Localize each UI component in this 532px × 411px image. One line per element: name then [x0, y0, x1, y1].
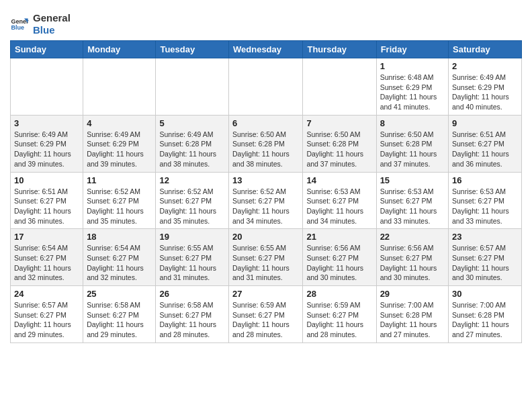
day-info: Sunrise: 6:51 AMSunset: 6:27 PMDaylight:…: [14, 187, 79, 226]
day-number: 2: [452, 61, 518, 71]
calendar-cell: 28Sunrise: 6:59 AMSunset: 6:27 PMDayligh…: [303, 286, 376, 343]
day-number: 3: [14, 118, 79, 128]
day-number: 17: [14, 232, 79, 242]
day-info: Sunrise: 6:51 AMSunset: 6:27 PMDaylight:…: [452, 130, 518, 169]
day-info: Sunrise: 6:57 AMSunset: 6:27 PMDaylight:…: [14, 300, 79, 340]
calendar-week-2: 3Sunrise: 6:49 AMSunset: 6:29 PMDaylight…: [11, 115, 522, 172]
svg-text:Blue: Blue: [11, 24, 24, 31]
day-number: 7: [306, 118, 372, 128]
logo-general: General: [33, 12, 71, 24]
day-number: 16: [452, 175, 518, 185]
day-info: Sunrise: 6:53 AMSunset: 6:27 PMDaylight:…: [380, 187, 445, 226]
calendar-cell: [156, 58, 229, 116]
day-info: Sunrise: 6:50 AMSunset: 6:28 PMDaylight:…: [232, 130, 299, 169]
day-info: Sunrise: 6:50 AMSunset: 6:28 PMDaylight:…: [306, 130, 372, 169]
calendar-cell: 6Sunrise: 6:50 AMSunset: 6:28 PMDaylight…: [229, 115, 303, 172]
day-info: Sunrise: 6:58 AMSunset: 6:27 PMDaylight:…: [87, 300, 152, 340]
calendar-cell: 3Sunrise: 6:49 AMSunset: 6:29 PMDaylight…: [11, 115, 83, 172]
day-number: 6: [232, 118, 299, 128]
calendar-cell: 24Sunrise: 6:57 AMSunset: 6:27 PMDayligh…: [11, 286, 83, 343]
calendar-cell: 26Sunrise: 6:58 AMSunset: 6:27 PMDayligh…: [156, 286, 229, 343]
calendar-cell: 17Sunrise: 6:54 AMSunset: 6:27 PMDayligh…: [11, 229, 83, 286]
weekday-header-monday: Monday: [83, 41, 156, 58]
day-info: Sunrise: 6:50 AMSunset: 6:28 PMDaylight:…: [380, 130, 445, 169]
day-info: Sunrise: 6:49 AMSunset: 6:28 PMDaylight:…: [159, 130, 225, 169]
calendar-cell: [303, 58, 376, 116]
header: General Blue General Blue: [10, 7, 522, 36]
calendar-cell: 20Sunrise: 6:55 AMSunset: 6:27 PMDayligh…: [229, 229, 303, 286]
weekday-header-wednesday: Wednesday: [229, 41, 303, 58]
calendar-week-3: 10Sunrise: 6:51 AMSunset: 6:27 PMDayligh…: [11, 172, 522, 229]
calendar-cell: [229, 58, 303, 116]
day-number: 20: [232, 232, 299, 242]
calendar-week-5: 24Sunrise: 6:57 AMSunset: 6:27 PMDayligh…: [11, 286, 522, 343]
calendar-cell: 2Sunrise: 6:49 AMSunset: 6:29 PMDaylight…: [449, 58, 522, 116]
weekday-header-tuesday: Tuesday: [156, 41, 229, 58]
day-number: 5: [159, 118, 225, 128]
weekday-header-thursday: Thursday: [303, 41, 376, 58]
day-info: Sunrise: 6:49 AMSunset: 6:29 PMDaylight:…: [14, 130, 79, 169]
calendar-cell: 5Sunrise: 6:49 AMSunset: 6:28 PMDaylight…: [156, 115, 229, 172]
weekday-header-row: SundayMondayTuesdayWednesdayThursdayFrid…: [11, 41, 522, 58]
day-info: Sunrise: 6:55 AMSunset: 6:27 PMDaylight:…: [232, 243, 299, 283]
day-info: Sunrise: 6:54 AMSunset: 6:27 PMDaylight:…: [14, 243, 79, 283]
weekday-header-friday: Friday: [376, 41, 448, 58]
calendar-cell: 13Sunrise: 6:52 AMSunset: 6:27 PMDayligh…: [229, 172, 303, 229]
calendar-cell: [11, 58, 83, 116]
day-number: 13: [232, 175, 299, 185]
calendar-cell: 18Sunrise: 6:54 AMSunset: 6:27 PMDayligh…: [83, 229, 156, 286]
day-info: Sunrise: 6:57 AMSunset: 6:27 PMDaylight:…: [452, 243, 518, 283]
day-number: 15: [380, 175, 445, 185]
logo-icon: General Blue: [10, 15, 29, 34]
calendar-cell: 23Sunrise: 6:57 AMSunset: 6:27 PMDayligh…: [449, 229, 522, 286]
day-number: 28: [306, 289, 372, 299]
day-number: 4: [87, 118, 152, 128]
calendar-cell: 30Sunrise: 7:00 AMSunset: 6:28 PMDayligh…: [449, 286, 522, 343]
day-info: Sunrise: 6:52 AMSunset: 6:27 PMDaylight:…: [232, 187, 299, 226]
weekday-header-sunday: Sunday: [11, 41, 83, 58]
day-info: Sunrise: 6:53 AMSunset: 6:27 PMDaylight:…: [452, 187, 518, 226]
calendar-week-1: 1Sunrise: 6:48 AMSunset: 6:29 PMDaylight…: [11, 58, 522, 116]
day-number: 12: [159, 175, 225, 185]
calendar-cell: 12Sunrise: 6:52 AMSunset: 6:27 PMDayligh…: [156, 172, 229, 229]
day-info: Sunrise: 6:52 AMSunset: 6:27 PMDaylight:…: [159, 187, 225, 226]
calendar-table: SundayMondayTuesdayWednesdayThursdayFrid…: [10, 40, 522, 343]
day-number: 25: [87, 289, 152, 299]
calendar-cell: 25Sunrise: 6:58 AMSunset: 6:27 PMDayligh…: [83, 286, 156, 343]
calendar-cell: 1Sunrise: 6:48 AMSunset: 6:29 PMDaylight…: [376, 58, 448, 116]
day-number: 8: [380, 118, 445, 128]
day-info: Sunrise: 7:00 AMSunset: 6:28 PMDaylight:…: [380, 300, 445, 340]
calendar-cell: 11Sunrise: 6:52 AMSunset: 6:27 PMDayligh…: [83, 172, 156, 229]
day-number: 29: [380, 289, 445, 299]
day-number: 23: [452, 232, 518, 242]
day-info: Sunrise: 6:59 AMSunset: 6:27 PMDaylight:…: [232, 300, 299, 340]
day-info: Sunrise: 6:52 AMSunset: 6:27 PMDaylight:…: [87, 187, 152, 226]
day-info: Sunrise: 6:48 AMSunset: 6:29 PMDaylight:…: [380, 73, 445, 112]
day-number: 1: [380, 61, 445, 71]
day-number: 21: [306, 232, 372, 242]
calendar-cell: 21Sunrise: 6:56 AMSunset: 6:27 PMDayligh…: [303, 229, 376, 286]
day-info: Sunrise: 6:56 AMSunset: 6:27 PMDaylight:…: [380, 243, 445, 283]
calendar-cell: 29Sunrise: 7:00 AMSunset: 6:28 PMDayligh…: [376, 286, 448, 343]
day-info: Sunrise: 6:54 AMSunset: 6:27 PMDaylight:…: [87, 243, 152, 283]
day-number: 18: [87, 232, 152, 242]
calendar-week-4: 17Sunrise: 6:54 AMSunset: 6:27 PMDayligh…: [11, 229, 522, 286]
day-number: 27: [232, 289, 299, 299]
day-info: Sunrise: 6:49 AMSunset: 6:29 PMDaylight:…: [87, 130, 152, 169]
calendar-cell: 14Sunrise: 6:53 AMSunset: 6:27 PMDayligh…: [303, 172, 376, 229]
day-number: 30: [452, 289, 518, 299]
day-info: Sunrise: 6:49 AMSunset: 6:29 PMDaylight:…: [452, 73, 518, 112]
calendar-cell: 22Sunrise: 6:56 AMSunset: 6:27 PMDayligh…: [376, 229, 448, 286]
calendar-cell: 8Sunrise: 6:50 AMSunset: 6:28 PMDaylight…: [376, 115, 448, 172]
calendar-cell: 7Sunrise: 6:50 AMSunset: 6:28 PMDaylight…: [303, 115, 376, 172]
calendar-cell: 10Sunrise: 6:51 AMSunset: 6:27 PMDayligh…: [11, 172, 83, 229]
day-info: Sunrise: 6:55 AMSunset: 6:27 PMDaylight:…: [159, 243, 225, 283]
day-info: Sunrise: 6:56 AMSunset: 6:27 PMDaylight:…: [306, 243, 372, 283]
weekday-header-saturday: Saturday: [449, 41, 522, 58]
calendar-cell: 27Sunrise: 6:59 AMSunset: 6:27 PMDayligh…: [229, 286, 303, 343]
day-number: 24: [14, 289, 79, 299]
day-info: Sunrise: 6:58 AMSunset: 6:27 PMDaylight:…: [159, 300, 225, 340]
calendar-cell: 15Sunrise: 6:53 AMSunset: 6:27 PMDayligh…: [376, 172, 448, 229]
day-number: 10: [14, 175, 79, 185]
day-number: 26: [159, 289, 225, 299]
